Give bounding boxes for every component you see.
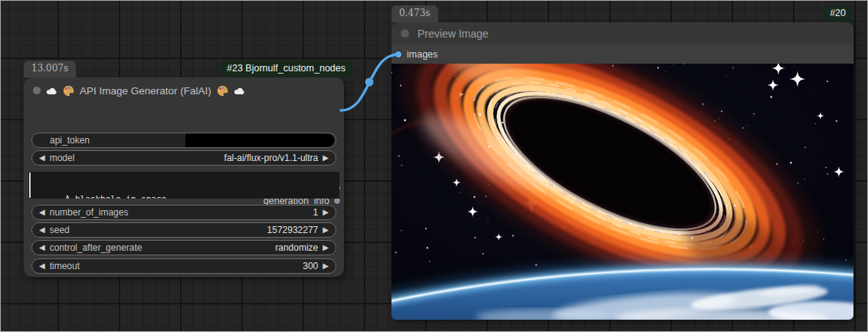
- node-title-bar[interactable]: API Image Generator (FalAI): [33, 83, 336, 98]
- widget-value: fal-ai/flux-pro/v1.1-ultra: [224, 153, 319, 163]
- redacted-token-value: [185, 133, 334, 147]
- widget-label: timeout: [50, 261, 80, 271]
- arrow-left-icon[interactable]: ◀: [39, 262, 45, 270]
- input-slot-images[interactable]: images: [391, 44, 853, 64]
- preview-image-node[interactable]: 0.473s #20 Preview Image images: [391, 22, 853, 320]
- timeout-widget[interactable]: ◀ timeout 300 ▶: [31, 258, 336, 274]
- arrow-left-icon[interactable]: ◀: [39, 226, 45, 234]
- cloud-icon: [234, 85, 245, 97]
- execution-timer-badge: 13.007s: [24, 61, 76, 77]
- prompt-textarea[interactable]: A blackhole in space: [28, 172, 339, 199]
- text-cursor: [29, 173, 31, 198]
- widget-label: number_of_images: [50, 207, 129, 218]
- node-title: Preview Image: [418, 28, 489, 40]
- node-title-bar[interactable]: Preview Image: [391, 22, 853, 44]
- widget-label: control_after_generate: [50, 242, 142, 253]
- api-token-widget[interactable]: api_token: [31, 133, 336, 148]
- arrow-right-icon[interactable]: ▶: [323, 154, 329, 162]
- cloud-icon: [46, 85, 57, 97]
- palette-icon: [63, 85, 74, 97]
- input-dot-images[interactable]: [395, 51, 402, 58]
- collapse-dot[interactable]: [33, 87, 41, 94]
- widget-value: 1572932277: [267, 225, 319, 235]
- widget-value: 1: [313, 207, 319, 218]
- arrow-left-icon[interactable]: ◀: [39, 244, 45, 251]
- node-title: API Image Generator (FalAI): [80, 85, 211, 97]
- arrow-right-icon[interactable]: ▶: [323, 226, 329, 234]
- arrow-right-icon[interactable]: ▶: [323, 209, 329, 216]
- model-widget[interactable]: ◀ model fal-ai/flux-pro/v1.1-ultra ▶: [31, 150, 336, 166]
- link-midpoint-dot: [365, 78, 374, 87]
- execution-timer-badge: 0.473s: [391, 5, 438, 22]
- widget-label: seed: [50, 225, 70, 235]
- prompt-text: A blackhole in space: [65, 194, 166, 199]
- number-of-images-widget[interactable]: ◀ number_of_images 1 ▶: [31, 205, 336, 220]
- preview-image[interactable]: [391, 64, 853, 320]
- arrow-right-icon[interactable]: ▶: [323, 244, 329, 251]
- arrow-left-icon[interactable]: ◀: [39, 154, 45, 162]
- arrow-right-icon[interactable]: ▶: [323, 262, 329, 270]
- control-after-generate-widget[interactable]: ◀ control_after_generate randomize ▶: [31, 240, 336, 255]
- seed-widget[interactable]: ◀ seed 1572932277 ▶: [31, 222, 336, 238]
- node-id-badge: #20: [824, 5, 852, 21]
- widget-label: model: [50, 153, 75, 163]
- arrow-left-icon[interactable]: ◀: [39, 209, 45, 216]
- palette-icon: [217, 85, 228, 97]
- api-image-generator-node[interactable]: 13.007s #23 Bjornulf_custom_nodes API Im…: [24, 77, 344, 277]
- input-label: images: [407, 49, 437, 60]
- node-graph-canvas[interactable]: 13.007s #23 Bjornulf_custom_nodes API Im…: [0, 0, 868, 332]
- widget-value: randomize: [275, 242, 318, 253]
- collapse-dot[interactable]: [401, 29, 409, 38]
- widget-value: 300: [303, 261, 318, 271]
- widget-label: api_token: [39, 135, 90, 146]
- node-id-badge: #23 Bjornulf_custom_nodes: [221, 61, 352, 77]
